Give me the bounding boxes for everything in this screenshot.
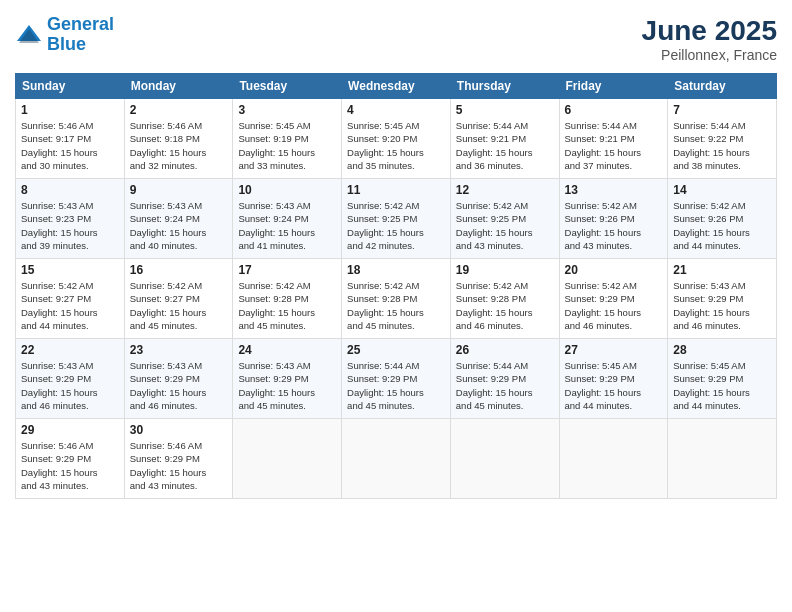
day-info: Sunrise: 5:43 AM Sunset: 9:23 PM Dayligh… [21,199,119,252]
day-info: Sunrise: 5:42 AM Sunset: 9:26 PM Dayligh… [673,199,771,252]
weekday-header: Tuesday [233,74,342,99]
calendar-cell: 30Sunrise: 5:46 AM Sunset: 9:29 PM Dayli… [124,419,233,499]
day-info: Sunrise: 5:43 AM Sunset: 9:24 PM Dayligh… [238,199,336,252]
calendar-cell: 9Sunrise: 5:43 AM Sunset: 9:24 PM Daylig… [124,179,233,259]
calendar-week-row: 8Sunrise: 5:43 AM Sunset: 9:23 PM Daylig… [16,179,777,259]
day-number: 12 [456,183,554,197]
calendar-cell [342,419,451,499]
logo-text: General Blue [47,15,114,55]
weekday-header: Saturday [668,74,777,99]
day-info: Sunrise: 5:46 AM Sunset: 9:29 PM Dayligh… [21,439,119,492]
day-number: 27 [565,343,663,357]
day-info: Sunrise: 5:43 AM Sunset: 9:29 PM Dayligh… [21,359,119,412]
calendar-cell: 11Sunrise: 5:42 AM Sunset: 9:25 PM Dayli… [342,179,451,259]
logo: General Blue [15,15,114,55]
day-number: 19 [456,263,554,277]
day-info: Sunrise: 5:44 AM Sunset: 9:21 PM Dayligh… [565,119,663,172]
calendar-cell [668,419,777,499]
day-number: 21 [673,263,771,277]
calendar-cell: 10Sunrise: 5:43 AM Sunset: 9:24 PM Dayli… [233,179,342,259]
page: General Blue June 2025 Peillonnex, Franc… [0,0,792,612]
day-number: 11 [347,183,445,197]
calendar-cell: 2Sunrise: 5:46 AM Sunset: 9:18 PM Daylig… [124,99,233,179]
calendar-cell [233,419,342,499]
day-number: 25 [347,343,445,357]
calendar-cell: 4Sunrise: 5:45 AM Sunset: 9:20 PM Daylig… [342,99,451,179]
calendar-cell: 20Sunrise: 5:42 AM Sunset: 9:29 PM Dayli… [559,259,668,339]
calendar-cell: 14Sunrise: 5:42 AM Sunset: 9:26 PM Dayli… [668,179,777,259]
calendar-week-row: 1Sunrise: 5:46 AM Sunset: 9:17 PM Daylig… [16,99,777,179]
calendar-cell: 15Sunrise: 5:42 AM Sunset: 9:27 PM Dayli… [16,259,125,339]
location: Peillonnex, France [642,47,777,63]
day-number: 14 [673,183,771,197]
day-number: 1 [21,103,119,117]
day-info: Sunrise: 5:42 AM Sunset: 9:27 PM Dayligh… [21,279,119,332]
calendar-cell: 1Sunrise: 5:46 AM Sunset: 9:17 PM Daylig… [16,99,125,179]
calendar-cell: 23Sunrise: 5:43 AM Sunset: 9:29 PM Dayli… [124,339,233,419]
day-info: Sunrise: 5:42 AM Sunset: 9:28 PM Dayligh… [456,279,554,332]
day-info: Sunrise: 5:46 AM Sunset: 9:17 PM Dayligh… [21,119,119,172]
day-number: 30 [130,423,228,437]
day-number: 24 [238,343,336,357]
day-number: 26 [456,343,554,357]
day-number: 7 [673,103,771,117]
title-block: June 2025 Peillonnex, France [642,15,777,63]
calendar-week-row: 22Sunrise: 5:43 AM Sunset: 9:29 PM Dayli… [16,339,777,419]
calendar-cell [559,419,668,499]
calendar-cell: 16Sunrise: 5:42 AM Sunset: 9:27 PM Dayli… [124,259,233,339]
calendar-cell: 8Sunrise: 5:43 AM Sunset: 9:23 PM Daylig… [16,179,125,259]
day-info: Sunrise: 5:44 AM Sunset: 9:29 PM Dayligh… [456,359,554,412]
calendar-cell: 29Sunrise: 5:46 AM Sunset: 9:29 PM Dayli… [16,419,125,499]
calendar-cell: 3Sunrise: 5:45 AM Sunset: 9:19 PM Daylig… [233,99,342,179]
day-info: Sunrise: 5:44 AM Sunset: 9:21 PM Dayligh… [456,119,554,172]
day-number: 5 [456,103,554,117]
logo-icon [15,21,43,49]
day-info: Sunrise: 5:42 AM Sunset: 9:28 PM Dayligh… [238,279,336,332]
header: General Blue June 2025 Peillonnex, Franc… [15,15,777,63]
calendar-cell [450,419,559,499]
day-info: Sunrise: 5:42 AM Sunset: 9:25 PM Dayligh… [347,199,445,252]
day-info: Sunrise: 5:45 AM Sunset: 9:29 PM Dayligh… [673,359,771,412]
day-number: 8 [21,183,119,197]
day-number: 10 [238,183,336,197]
calendar-cell: 12Sunrise: 5:42 AM Sunset: 9:25 PM Dayli… [450,179,559,259]
day-number: 15 [21,263,119,277]
day-info: Sunrise: 5:45 AM Sunset: 9:20 PM Dayligh… [347,119,445,172]
day-number: 28 [673,343,771,357]
weekday-header: Thursday [450,74,559,99]
calendar-cell: 18Sunrise: 5:42 AM Sunset: 9:28 PM Dayli… [342,259,451,339]
calendar-cell: 13Sunrise: 5:42 AM Sunset: 9:26 PM Dayli… [559,179,668,259]
day-info: Sunrise: 5:46 AM Sunset: 9:18 PM Dayligh… [130,119,228,172]
day-info: Sunrise: 5:45 AM Sunset: 9:29 PM Dayligh… [565,359,663,412]
calendar-cell: 27Sunrise: 5:45 AM Sunset: 9:29 PM Dayli… [559,339,668,419]
weekday-header: Monday [124,74,233,99]
day-info: Sunrise: 5:46 AM Sunset: 9:29 PM Dayligh… [130,439,228,492]
month-year: June 2025 [642,15,777,47]
calendar-cell: 5Sunrise: 5:44 AM Sunset: 9:21 PM Daylig… [450,99,559,179]
day-number: 16 [130,263,228,277]
calendar-cell: 22Sunrise: 5:43 AM Sunset: 9:29 PM Dayli… [16,339,125,419]
day-number: 4 [347,103,445,117]
day-info: Sunrise: 5:44 AM Sunset: 9:29 PM Dayligh… [347,359,445,412]
day-number: 6 [565,103,663,117]
calendar-cell: 26Sunrise: 5:44 AM Sunset: 9:29 PM Dayli… [450,339,559,419]
calendar-week-row: 29Sunrise: 5:46 AM Sunset: 9:29 PM Dayli… [16,419,777,499]
weekday-header: Sunday [16,74,125,99]
day-info: Sunrise: 5:42 AM Sunset: 9:25 PM Dayligh… [456,199,554,252]
calendar-cell: 17Sunrise: 5:42 AM Sunset: 9:28 PM Dayli… [233,259,342,339]
weekday-header: Wednesday [342,74,451,99]
calendar-cell: 6Sunrise: 5:44 AM Sunset: 9:21 PM Daylig… [559,99,668,179]
weekday-header: Friday [559,74,668,99]
calendar-cell: 24Sunrise: 5:43 AM Sunset: 9:29 PM Dayli… [233,339,342,419]
day-info: Sunrise: 5:43 AM Sunset: 9:29 PM Dayligh… [238,359,336,412]
day-number: 3 [238,103,336,117]
calendar-cell: 19Sunrise: 5:42 AM Sunset: 9:28 PM Dayli… [450,259,559,339]
day-number: 29 [21,423,119,437]
day-number: 23 [130,343,228,357]
day-info: Sunrise: 5:43 AM Sunset: 9:29 PM Dayligh… [673,279,771,332]
calendar-cell: 25Sunrise: 5:44 AM Sunset: 9:29 PM Dayli… [342,339,451,419]
calendar-cell: 7Sunrise: 5:44 AM Sunset: 9:22 PM Daylig… [668,99,777,179]
day-info: Sunrise: 5:43 AM Sunset: 9:24 PM Dayligh… [130,199,228,252]
day-number: 9 [130,183,228,197]
day-info: Sunrise: 5:43 AM Sunset: 9:29 PM Dayligh… [130,359,228,412]
